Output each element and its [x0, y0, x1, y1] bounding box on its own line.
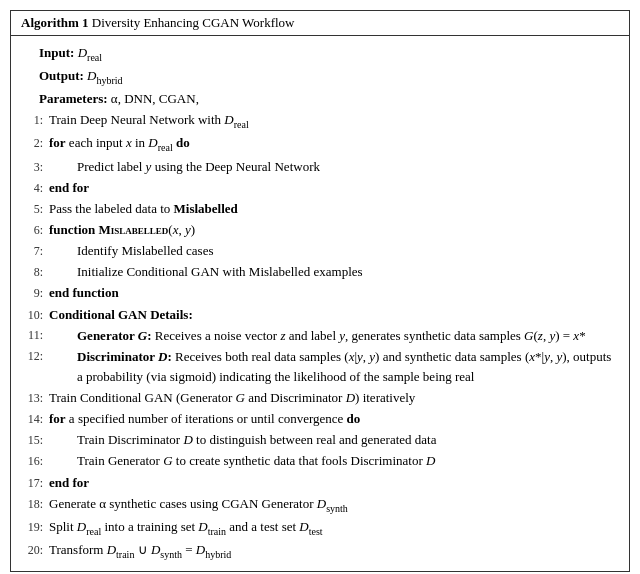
algorithm-label: Algorithm 1: [21, 15, 89, 30]
line-1: 1: Train Deep Neural Network with Dreal: [21, 110, 619, 132]
line-num-18: 18:: [21, 495, 43, 514]
line-content-12: Discriminator D: Receives both real data…: [49, 347, 619, 387]
line-14: 14: for a specified number of iterations…: [21, 409, 619, 429]
line-2: 2: for each input x in Dreal do: [21, 133, 619, 155]
line-num-8: 8:: [21, 263, 43, 282]
algorithm-header: Algorithm 1 Diversity Enhancing CGAN Wor…: [11, 11, 629, 36]
line-num-10: 10:: [21, 306, 43, 325]
line-num-5: 5:: [21, 200, 43, 219]
line-num-4: 4:: [21, 179, 43, 198]
line-num-14: 14:: [21, 410, 43, 429]
line-17: 17: end for: [21, 473, 619, 493]
algorithm-box: Algorithm 1 Diversity Enhancing CGAN Wor…: [10, 10, 630, 572]
line-content-5: Pass the labeled data to Mislabelled: [49, 199, 619, 219]
line-20: 20: Transform Dtrain ∪ Dsynth = Dhybrid: [21, 540, 619, 562]
line-15: 15: Train Discriminator D to distinguish…: [21, 430, 619, 450]
line-content-6: function Mislabelled(x, y): [49, 220, 619, 240]
line-num-12: 12:: [21, 347, 43, 366]
line-11: 11: Generator G: Receives a noise vector…: [21, 326, 619, 346]
line-content-15: Train Discriminator D to distinguish bet…: [49, 430, 619, 450]
line-13: 13: Train Conditional GAN (Generator G a…: [21, 388, 619, 408]
line-content-19: Split Dreal into a training set Dtrain a…: [49, 517, 619, 539]
line-5: 5: Pass the labeled data to Mislabelled: [21, 199, 619, 219]
line-content-1: Train Deep Neural Network with Dreal: [49, 110, 619, 132]
line-19: 19: Split Dreal into a training set Dtra…: [21, 517, 619, 539]
line-7: 7: Identify Mislabelled cases: [21, 241, 619, 261]
line-content-10: Conditional GAN Details:: [49, 305, 619, 325]
line-content-9: end function: [49, 283, 619, 303]
input-line: Input: Dreal: [21, 43, 619, 65]
line-content-3: Predict label y using the Deep Neural Ne…: [49, 157, 619, 177]
line-16: 16: Train Generator G to create syntheti…: [21, 451, 619, 471]
line-12: 12: Discriminator D: Receives both real …: [21, 347, 619, 387]
line-content-4: end for: [49, 178, 619, 198]
line-num-1: 1:: [21, 111, 43, 130]
line-content-16: Train Generator G to create synthetic da…: [49, 451, 619, 471]
line-8: 8: Initialize Conditional GAN with Misla…: [21, 262, 619, 282]
line-3: 3: Predict label y using the Deep Neural…: [21, 157, 619, 177]
line-content-18: Generate α synthetic cases using CGAN Ge…: [49, 494, 619, 516]
line-num-2: 2:: [21, 134, 43, 153]
line-num-19: 19:: [21, 518, 43, 537]
line-num-17: 17:: [21, 474, 43, 493]
line-num-11: 11:: [21, 326, 43, 345]
line-content-7: Identify Mislabelled cases: [49, 241, 619, 261]
line-content-8: Initialize Conditional GAN with Mislabel…: [49, 262, 619, 282]
line-18: 18: Generate α synthetic cases using CGA…: [21, 494, 619, 516]
algorithm-body: Input: Dreal Output: Dhybrid Parameters:…: [11, 36, 629, 571]
line-content-11: Generator G: Receives a noise vector z a…: [49, 326, 619, 346]
line-num-15: 15:: [21, 431, 43, 450]
params-line: Parameters: α, DNN, CGAN,: [21, 89, 619, 109]
line-num-9: 9:: [21, 284, 43, 303]
line-num-3: 3:: [21, 158, 43, 177]
line-4: 4: end for: [21, 178, 619, 198]
line-10: 10: Conditional GAN Details:: [21, 305, 619, 325]
line-num-20: 20:: [21, 541, 43, 560]
line-content-13: Train Conditional GAN (Generator G and D…: [49, 388, 619, 408]
output-line: Output: Dhybrid: [21, 66, 619, 88]
line-content-2: for each input x in Dreal do: [49, 133, 619, 155]
line-num-16: 16:: [21, 452, 43, 471]
line-content-20: Transform Dtrain ∪ Dsynth = Dhybrid: [49, 540, 619, 562]
algorithm-title: Diversity Enhancing CGAN Workflow: [92, 15, 295, 30]
line-num-7: 7:: [21, 242, 43, 261]
line-content-14: for a specified number of iterations or …: [49, 409, 619, 429]
line-num-6: 6:: [21, 221, 43, 240]
line-content-17: end for: [49, 473, 619, 493]
line-6: 6: function Mislabelled(x, y): [21, 220, 619, 240]
line-9: 9: end function: [21, 283, 619, 303]
line-num-13: 13:: [21, 389, 43, 408]
